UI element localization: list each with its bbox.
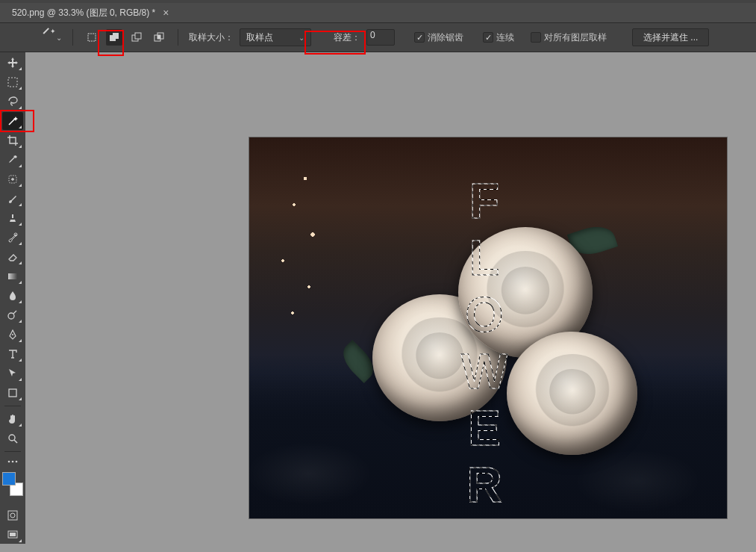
sample-all-layers-checkbox[interactable]: 对所有图层取样 [531, 31, 607, 44]
tolerance-label: 容差： [334, 31, 360, 44]
svg-point-13 [8, 313, 14, 319]
intersect-selection-button[interactable] [151, 29, 167, 46]
clone-stamp-tool[interactable] [2, 209, 23, 227]
tolerance-input[interactable]: 0 [366, 29, 395, 46]
checkbox-icon: ✓ [414, 32, 425, 43]
toolbox [0, 52, 25, 544]
svg-rect-16 [9, 389, 16, 397]
edit-toolbar-button[interactable] [2, 456, 23, 468]
shape-tool[interactable] [2, 384, 23, 402]
path-selection-tool[interactable] [2, 365, 23, 382]
history-brush-tool[interactable] [2, 229, 23, 246]
divider [178, 29, 178, 46]
type-tool[interactable] [2, 345, 23, 363]
rose [507, 332, 637, 455]
new-selection-button[interactable] [84, 29, 100, 46]
svg-rect-12 [8, 273, 17, 279]
chevron-down-icon: ⌄ [299, 34, 304, 42]
lasso-tool[interactable] [2, 93, 23, 111]
svg-line-9 [9, 119, 15, 125]
divider [4, 406, 21, 406]
svg-rect-22 [8, 511, 17, 520]
marquee-tool[interactable] [2, 73, 23, 91]
antialias-label: 消除锯齿 [428, 31, 463, 44]
crop-tool[interactable] [2, 131, 23, 149]
sample-all-layers-label: 对所有图层取样 [544, 31, 607, 44]
options-bar: ⌄ 取样大小： 取样点 ⌄ 容差： 0 ✓ 消除锯齿 [0, 23, 756, 52]
magic-wand-tool[interactable] [2, 112, 23, 130]
svg-line-18 [14, 440, 17, 443]
magic-wand-icon [41, 31, 54, 44]
antialias-checkbox[interactable]: ✓ 消除锯齿 [414, 31, 463, 44]
document-canvas[interactable]: FLOWERS FLOWERS [249, 137, 727, 518]
hand-tool[interactable] [2, 410, 23, 428]
zoom-tool[interactable] [2, 429, 23, 447]
subtract-from-selection-button[interactable] [128, 29, 145, 46]
svg-point-17 [9, 435, 15, 441]
svg-rect-25 [10, 533, 16, 536]
svg-rect-8 [8, 78, 17, 87]
selection-text-overlay-dash: FLOWERS [456, 173, 513, 518]
image-content: FLOWERS FLOWERS [249, 137, 727, 518]
document-work-area[interactable]: FLOWERS FLOWERS [25, 52, 756, 552]
svg-point-15 [12, 334, 13, 335]
eraser-tool[interactable] [2, 248, 23, 266]
eyedropper-tool[interactable] [2, 151, 23, 169]
dodge-tool[interactable] [2, 306, 23, 324]
contiguous-label: 连续 [496, 31, 514, 44]
blur-tool[interactable] [2, 287, 23, 305]
tolerance-value: 0 [370, 30, 375, 40]
svg-rect-7 [157, 35, 160, 39]
svg-point-21 [16, 461, 18, 463]
document-tab[interactable]: 520.png @ 33.3% (图层 0, RGB/8) * × [4, 3, 176, 22]
document-tab-title: 520.png @ 33.3% (图层 0, RGB/8) * [12, 7, 155, 19]
healing-brush-tool[interactable] [2, 170, 23, 188]
svg-point-20 [12, 461, 14, 463]
select-and-mask-button[interactable]: 选择并遮住 ... [632, 28, 709, 46]
svg-point-23 [10, 513, 15, 518]
divider [4, 451, 21, 452]
sample-size-value: 取样点 [246, 31, 273, 44]
move-tool[interactable] [2, 54, 23, 72]
color-swatches[interactable] [2, 472, 23, 496]
foreground-color-swatch[interactable] [2, 472, 16, 486]
checkbox-icon: ✓ [483, 32, 493, 43]
sample-size-select[interactable]: 取样点 ⌄ [240, 28, 311, 46]
close-tab-icon[interactable]: × [163, 7, 169, 18]
svg-rect-2 [113, 33, 119, 39]
chevron-down-icon: ⌄ [56, 34, 62, 42]
divider [72, 29, 73, 46]
checkbox-icon [531, 32, 541, 43]
contiguous-checkbox[interactable]: ✓ 连续 [483, 31, 514, 44]
svg-point-19 [8, 461, 10, 463]
svg-rect-0 [88, 34, 96, 41]
gradient-tool[interactable] [2, 267, 23, 285]
select-and-mask-label: 选择并遮住 ... [643, 31, 698, 44]
add-to-selection-button[interactable] [106, 29, 122, 46]
pen-tool[interactable] [2, 326, 23, 344]
tool-preset-picker[interactable]: ⌄ [41, 31, 62, 44]
svg-line-14 [13, 311, 16, 314]
sample-size-label: 取样大小： [189, 31, 234, 44]
svg-rect-4 [135, 33, 141, 39]
screen-mode-toggle[interactable] [2, 526, 23, 544]
document-tab-strip: 520.png @ 33.3% (图层 0, RGB/8) * × [0, 3, 756, 22]
quick-mask-toggle[interactable] [2, 506, 23, 524]
brush-tool[interactable] [2, 190, 23, 208]
